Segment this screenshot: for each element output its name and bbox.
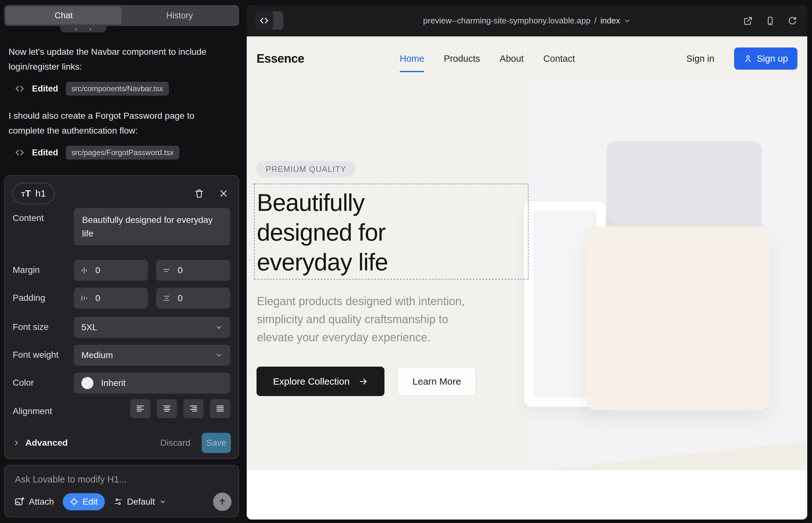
arrow-up-icon bbox=[218, 497, 227, 506]
selected-element-pill[interactable]: TT h1 bbox=[12, 183, 55, 204]
chevron-right-icon bbox=[13, 439, 20, 447]
padding-y-input[interactable]: 0 bbox=[156, 288, 230, 309]
trash-icon[interactable] bbox=[194, 188, 204, 198]
arrow-right-icon bbox=[358, 377, 368, 386]
align-justify-button[interactable] bbox=[210, 399, 230, 418]
mobile-device-icon[interactable] bbox=[765, 16, 775, 26]
align-justify-icon bbox=[215, 404, 225, 413]
premium-quality-badge: PREMIUM QUALITY bbox=[256, 161, 356, 177]
code-icon bbox=[259, 16, 269, 25]
nav-link-contact[interactable]: Contact bbox=[544, 54, 575, 64]
sign-up-button[interactable]: Sign up bbox=[734, 48, 797, 70]
edited-label: Edited bbox=[32, 84, 58, 94]
url-separator: / bbox=[595, 16, 597, 26]
edited-file-badge[interactable]: src/pages/ForgotPassword.tsx bbox=[66, 146, 180, 160]
assistant-message: Now let's update the Navbar component to… bbox=[8, 44, 232, 74]
url-host: preview--charming-site-symphony.lovable.… bbox=[423, 16, 590, 26]
margin-horizontal-icon bbox=[80, 266, 88, 274]
save-button[interactable]: Save bbox=[202, 433, 231, 453]
content-label: Content bbox=[13, 213, 44, 223]
font-weight-select[interactable]: Medium bbox=[74, 345, 230, 366]
alignment-group bbox=[74, 399, 230, 418]
edited-file-row: Edited src/components/Navbar.tsx bbox=[15, 82, 169, 96]
tab-chat[interactable]: Chat bbox=[6, 7, 122, 24]
send-button[interactable] bbox=[213, 493, 231, 511]
preview-header: preview--charming-site-symphony.lovable.… bbox=[247, 5, 807, 36]
assistant-message: I should also create a Forgot Password p… bbox=[8, 108, 232, 138]
align-left-button[interactable] bbox=[130, 399, 151, 418]
element-editor-panel: TT h1 Content Beautifully designed for e… bbox=[4, 175, 239, 459]
alignment-label: Alignment bbox=[13, 406, 52, 416]
chevron-down-icon bbox=[215, 351, 223, 359]
edit-target-icon bbox=[70, 497, 78, 506]
edit-mode-button[interactable]: Edit bbox=[63, 493, 105, 510]
sign-in-link[interactable]: Sign in bbox=[686, 54, 714, 64]
site-logo[interactable]: Essence bbox=[257, 52, 304, 66]
hero-paragraph: Elegant products designed with intention… bbox=[257, 292, 464, 346]
edited-label: Edited bbox=[32, 148, 58, 158]
chevron-down-icon bbox=[215, 324, 223, 331]
margin-x-input[interactable]: 0 bbox=[74, 260, 148, 281]
element-tag-label: h1 bbox=[35, 188, 46, 199]
composer-input[interactable] bbox=[14, 474, 230, 490]
font-weight-label: Font weight bbox=[13, 350, 58, 360]
code-icon bbox=[15, 84, 24, 93]
nav-link-products[interactable]: Products bbox=[444, 54, 480, 64]
scrolled-badge-partial bbox=[60, 26, 106, 32]
margin-vertical-icon bbox=[162, 266, 171, 274]
tab-history[interactable]: History bbox=[122, 7, 237, 24]
font-size-label: Font size bbox=[13, 322, 49, 332]
sliders-icon bbox=[114, 497, 123, 506]
color-label: Color bbox=[13, 378, 34, 388]
align-center-icon bbox=[162, 404, 172, 413]
site-navbar: Essence Home Products About Contact Sign… bbox=[247, 36, 807, 81]
learn-more-button[interactable]: Learn More bbox=[397, 367, 476, 396]
padding-vertical-icon bbox=[162, 294, 171, 302]
section-divider-strip bbox=[247, 470, 807, 520]
chevron-down-icon[interactable] bbox=[624, 17, 631, 24]
refresh-icon[interactable] bbox=[788, 16, 797, 26]
attach-button[interactable]: Attach bbox=[14, 497, 54, 507]
discard-button[interactable]: Discard bbox=[160, 438, 190, 448]
url-path: index bbox=[600, 16, 620, 26]
padding-horizontal-icon bbox=[80, 294, 88, 302]
explore-collection-button[interactable]: Explore Collection bbox=[257, 366, 385, 396]
site-nav: Home Products About Contact bbox=[400, 54, 575, 64]
selection-outline bbox=[254, 184, 529, 279]
padding-x-input[interactable]: 0 bbox=[74, 288, 148, 309]
margin-y-input[interactable]: 0 bbox=[156, 260, 230, 281]
font-size-select[interactable]: 5XL bbox=[74, 317, 230, 338]
align-right-button[interactable] bbox=[183, 399, 204, 418]
nav-link-about[interactable]: About bbox=[500, 54, 524, 64]
close-icon[interactable] bbox=[219, 189, 228, 198]
align-right-icon bbox=[189, 404, 198, 413]
typography-icon: TT bbox=[21, 188, 31, 199]
color-select[interactable]: Inherit bbox=[74, 373, 230, 394]
chevron-down-icon bbox=[159, 498, 166, 505]
margin-label: Margin bbox=[13, 265, 40, 275]
align-center-button[interactable] bbox=[157, 399, 177, 418]
nav-link-home[interactable]: Home bbox=[400, 54, 424, 64]
preview-window: preview--charming-site-symphony.lovable.… bbox=[247, 5, 807, 520]
edited-file-row: Edited src/pages/ForgotPassword.tsx bbox=[15, 146, 179, 160]
url-bar: preview--charming-site-symphony.lovable.… bbox=[247, 5, 807, 36]
mode-select[interactable]: Default bbox=[114, 497, 166, 507]
padding-label: Padding bbox=[13, 293, 45, 303]
code-icon bbox=[15, 148, 24, 157]
diagonal-wedge bbox=[527, 441, 807, 470]
edited-file-badge[interactable]: src/components/Navbar.tsx bbox=[66, 82, 169, 96]
app-root: Chat History Now let's update the Navbar… bbox=[0, 0, 812, 523]
chat-history-tabbar: Chat History bbox=[4, 5, 239, 26]
advanced-toggle[interactable]: Advanced bbox=[13, 438, 68, 448]
attach-image-icon bbox=[14, 497, 24, 507]
site-content: Essence Home Products About Contact Sign… bbox=[247, 36, 807, 520]
open-external-icon[interactable] bbox=[743, 16, 753, 26]
code-view-toggle[interactable] bbox=[255, 12, 283, 30]
align-left-icon bbox=[136, 404, 145, 413]
user-icon bbox=[744, 54, 753, 63]
color-swatch bbox=[82, 377, 93, 389]
content-input[interactable]: Beautifully designed for everyday life bbox=[74, 208, 230, 245]
composer: Attach Edit Default bbox=[4, 465, 239, 517]
decor-cream-rect bbox=[586, 227, 770, 410]
